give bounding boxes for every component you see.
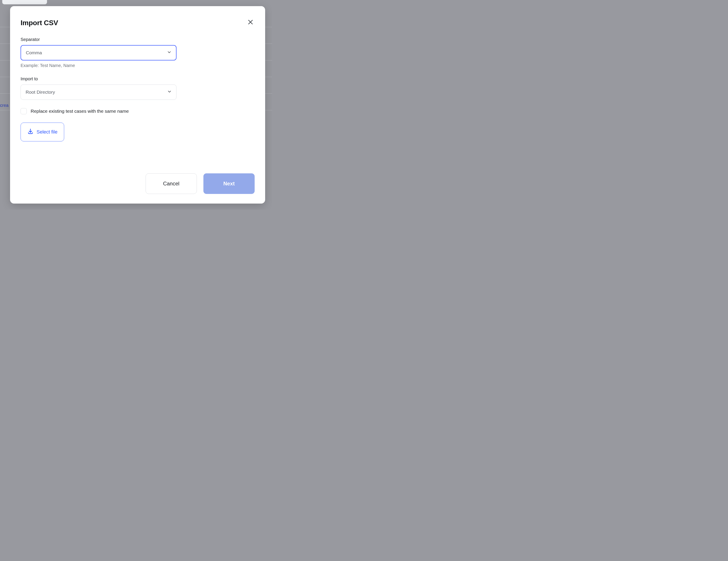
- import-to-select[interactable]: Root Directory: [21, 84, 176, 100]
- separator-help-text: Example: Test Name, Name: [21, 63, 176, 68]
- separator-label: Separator: [21, 37, 176, 42]
- replace-checkbox-label: Replace existing test cases with the sam…: [31, 109, 129, 114]
- cancel-button-label: Cancel: [163, 181, 180, 187]
- separator-select[interactable]: Comma: [21, 45, 176, 60]
- modal-title: Import CSV: [21, 19, 58, 27]
- modal-header: Import CSV: [21, 19, 255, 27]
- chevron-down-icon: [167, 89, 172, 95]
- background-tab-fragment: [2, 0, 47, 4]
- separator-group: Separator Comma Example: Test Name, Name: [21, 37, 176, 68]
- select-file-button[interactable]: Select file: [21, 123, 64, 141]
- select-file-label: Select file: [37, 129, 57, 135]
- replace-checkbox[interactable]: [21, 108, 27, 114]
- import-to-group: Import to Root Directory: [21, 76, 176, 100]
- modal-footer: Cancel Next: [21, 173, 255, 194]
- import-to-value: Root Directory: [26, 90, 55, 95]
- chevron-down-icon: [167, 50, 172, 56]
- separator-value: Comma: [26, 50, 42, 55]
- replace-checkbox-row: Replace existing test cases with the sam…: [21, 108, 176, 114]
- next-button[interactable]: Next: [203, 173, 255, 194]
- import-csv-modal: Import CSV Separator Comma: [10, 6, 265, 204]
- form-body: Separator Comma Example: Test Name, Name…: [21, 37, 176, 141]
- cancel-button[interactable]: Cancel: [146, 173, 197, 194]
- close-icon: [247, 19, 254, 25]
- next-button-label: Next: [223, 181, 235, 187]
- close-button[interactable]: [246, 18, 255, 27]
- background-link-fragment: crea: [0, 103, 9, 108]
- import-to-label: Import to: [21, 76, 176, 81]
- download-icon: [27, 128, 33, 136]
